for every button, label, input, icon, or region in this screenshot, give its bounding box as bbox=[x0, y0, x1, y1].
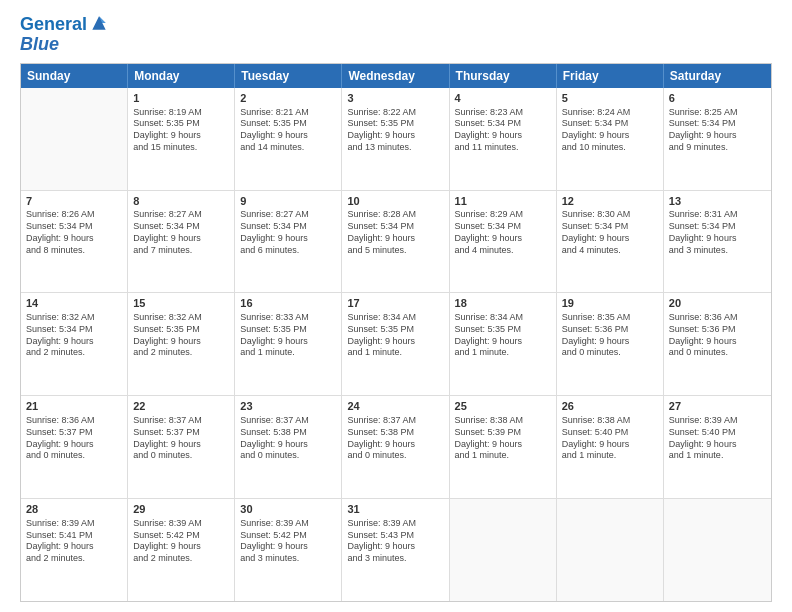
day-number: 29 bbox=[133, 502, 229, 517]
calendar-cell: 17Sunrise: 8:34 AM Sunset: 5:35 PM Dayli… bbox=[342, 293, 449, 395]
calendar-cell: 26Sunrise: 8:38 AM Sunset: 5:40 PM Dayli… bbox=[557, 396, 664, 498]
calendar-cell: 1Sunrise: 8:19 AM Sunset: 5:35 PM Daylig… bbox=[128, 88, 235, 190]
day-info: Sunrise: 8:29 AM Sunset: 5:34 PM Dayligh… bbox=[455, 209, 551, 256]
calendar-row: 21Sunrise: 8:36 AM Sunset: 5:37 PM Dayli… bbox=[21, 396, 771, 499]
calendar-row: 1Sunrise: 8:19 AM Sunset: 5:35 PM Daylig… bbox=[21, 88, 771, 191]
day-number: 18 bbox=[455, 296, 551, 311]
day-info: Sunrise: 8:39 AM Sunset: 5:42 PM Dayligh… bbox=[240, 518, 336, 565]
calendar: SundayMondayTuesdayWednesdayThursdayFrid… bbox=[20, 63, 772, 602]
day-info: Sunrise: 8:37 AM Sunset: 5:38 PM Dayligh… bbox=[347, 415, 443, 462]
day-info: Sunrise: 8:30 AM Sunset: 5:34 PM Dayligh… bbox=[562, 209, 658, 256]
day-number: 17 bbox=[347, 296, 443, 311]
day-info: Sunrise: 8:21 AM Sunset: 5:35 PM Dayligh… bbox=[240, 107, 336, 154]
day-number: 7 bbox=[26, 194, 122, 209]
calendar-cell: 27Sunrise: 8:39 AM Sunset: 5:40 PM Dayli… bbox=[664, 396, 771, 498]
calendar-cell: 18Sunrise: 8:34 AM Sunset: 5:35 PM Dayli… bbox=[450, 293, 557, 395]
calendar-cell: 15Sunrise: 8:32 AM Sunset: 5:35 PM Dayli… bbox=[128, 293, 235, 395]
header: General Blue bbox=[20, 15, 772, 55]
day-info: Sunrise: 8:27 AM Sunset: 5:34 PM Dayligh… bbox=[133, 209, 229, 256]
calendar-body: 1Sunrise: 8:19 AM Sunset: 5:35 PM Daylig… bbox=[21, 88, 771, 601]
day-info: Sunrise: 8:25 AM Sunset: 5:34 PM Dayligh… bbox=[669, 107, 766, 154]
day-number: 4 bbox=[455, 91, 551, 106]
day-info: Sunrise: 8:38 AM Sunset: 5:40 PM Dayligh… bbox=[562, 415, 658, 462]
weekday-header: Saturday bbox=[664, 64, 771, 88]
day-info: Sunrise: 8:37 AM Sunset: 5:38 PM Dayligh… bbox=[240, 415, 336, 462]
day-number: 31 bbox=[347, 502, 443, 517]
logo: General Blue bbox=[20, 15, 109, 55]
day-info: Sunrise: 8:34 AM Sunset: 5:35 PM Dayligh… bbox=[455, 312, 551, 359]
calendar-row: 14Sunrise: 8:32 AM Sunset: 5:34 PM Dayli… bbox=[21, 293, 771, 396]
day-info: Sunrise: 8:34 AM Sunset: 5:35 PM Dayligh… bbox=[347, 312, 443, 359]
day-info: Sunrise: 8:36 AM Sunset: 5:37 PM Dayligh… bbox=[26, 415, 122, 462]
weekday-header: Tuesday bbox=[235, 64, 342, 88]
weekday-header: Thursday bbox=[450, 64, 557, 88]
calendar-cell: 9Sunrise: 8:27 AM Sunset: 5:34 PM Daylig… bbox=[235, 191, 342, 293]
calendar-cell: 20Sunrise: 8:36 AM Sunset: 5:36 PM Dayli… bbox=[664, 293, 771, 395]
day-number: 9 bbox=[240, 194, 336, 209]
calendar-row: 28Sunrise: 8:39 AM Sunset: 5:41 PM Dayli… bbox=[21, 499, 771, 601]
day-number: 27 bbox=[669, 399, 766, 414]
calendar-cell bbox=[557, 499, 664, 601]
day-number: 23 bbox=[240, 399, 336, 414]
calendar-cell: 31Sunrise: 8:39 AM Sunset: 5:43 PM Dayli… bbox=[342, 499, 449, 601]
day-number: 14 bbox=[26, 296, 122, 311]
day-info: Sunrise: 8:39 AM Sunset: 5:42 PM Dayligh… bbox=[133, 518, 229, 565]
weekday-header: Friday bbox=[557, 64, 664, 88]
day-number: 28 bbox=[26, 502, 122, 517]
day-number: 2 bbox=[240, 91, 336, 106]
day-number: 21 bbox=[26, 399, 122, 414]
calendar-cell: 4Sunrise: 8:23 AM Sunset: 5:34 PM Daylig… bbox=[450, 88, 557, 190]
calendar-cell bbox=[21, 88, 128, 190]
day-info: Sunrise: 8:22 AM Sunset: 5:35 PM Dayligh… bbox=[347, 107, 443, 154]
weekday-header: Sunday bbox=[21, 64, 128, 88]
day-number: 13 bbox=[669, 194, 766, 209]
day-info: Sunrise: 8:19 AM Sunset: 5:35 PM Dayligh… bbox=[133, 107, 229, 154]
day-number: 1 bbox=[133, 91, 229, 106]
weekday-header: Monday bbox=[128, 64, 235, 88]
calendar-cell: 24Sunrise: 8:37 AM Sunset: 5:38 PM Dayli… bbox=[342, 396, 449, 498]
day-number: 3 bbox=[347, 91, 443, 106]
day-info: Sunrise: 8:37 AM Sunset: 5:37 PM Dayligh… bbox=[133, 415, 229, 462]
day-info: Sunrise: 8:23 AM Sunset: 5:34 PM Dayligh… bbox=[455, 107, 551, 154]
day-info: Sunrise: 8:27 AM Sunset: 5:34 PM Dayligh… bbox=[240, 209, 336, 256]
calendar-cell: 3Sunrise: 8:22 AM Sunset: 5:35 PM Daylig… bbox=[342, 88, 449, 190]
day-number: 26 bbox=[562, 399, 658, 414]
day-info: Sunrise: 8:26 AM Sunset: 5:34 PM Dayligh… bbox=[26, 209, 122, 256]
calendar-cell: 11Sunrise: 8:29 AM Sunset: 5:34 PM Dayli… bbox=[450, 191, 557, 293]
day-info: Sunrise: 8:35 AM Sunset: 5:36 PM Dayligh… bbox=[562, 312, 658, 359]
day-info: Sunrise: 8:31 AM Sunset: 5:34 PM Dayligh… bbox=[669, 209, 766, 256]
calendar-cell: 28Sunrise: 8:39 AM Sunset: 5:41 PM Dayli… bbox=[21, 499, 128, 601]
day-number: 22 bbox=[133, 399, 229, 414]
day-number: 15 bbox=[133, 296, 229, 311]
day-number: 20 bbox=[669, 296, 766, 311]
logo-text: General bbox=[20, 15, 87, 35]
logo-text-blue: Blue bbox=[20, 35, 59, 55]
calendar-cell: 25Sunrise: 8:38 AM Sunset: 5:39 PM Dayli… bbox=[450, 396, 557, 498]
calendar-cell bbox=[664, 499, 771, 601]
day-info: Sunrise: 8:33 AM Sunset: 5:35 PM Dayligh… bbox=[240, 312, 336, 359]
day-info: Sunrise: 8:39 AM Sunset: 5:43 PM Dayligh… bbox=[347, 518, 443, 565]
calendar-cell: 23Sunrise: 8:37 AM Sunset: 5:38 PM Dayli… bbox=[235, 396, 342, 498]
calendar-header: SundayMondayTuesdayWednesdayThursdayFrid… bbox=[21, 64, 771, 88]
day-info: Sunrise: 8:24 AM Sunset: 5:34 PM Dayligh… bbox=[562, 107, 658, 154]
day-info: Sunrise: 8:28 AM Sunset: 5:34 PM Dayligh… bbox=[347, 209, 443, 256]
day-number: 16 bbox=[240, 296, 336, 311]
calendar-cell: 30Sunrise: 8:39 AM Sunset: 5:42 PM Dayli… bbox=[235, 499, 342, 601]
calendar-cell: 13Sunrise: 8:31 AM Sunset: 5:34 PM Dayli… bbox=[664, 191, 771, 293]
calendar-cell: 7Sunrise: 8:26 AM Sunset: 5:34 PM Daylig… bbox=[21, 191, 128, 293]
calendar-cell: 16Sunrise: 8:33 AM Sunset: 5:35 PM Dayli… bbox=[235, 293, 342, 395]
day-number: 19 bbox=[562, 296, 658, 311]
calendar-cell: 19Sunrise: 8:35 AM Sunset: 5:36 PM Dayli… bbox=[557, 293, 664, 395]
day-number: 25 bbox=[455, 399, 551, 414]
day-info: Sunrise: 8:39 AM Sunset: 5:40 PM Dayligh… bbox=[669, 415, 766, 462]
calendar-cell: 14Sunrise: 8:32 AM Sunset: 5:34 PM Dayli… bbox=[21, 293, 128, 395]
calendar-cell: 22Sunrise: 8:37 AM Sunset: 5:37 PM Dayli… bbox=[128, 396, 235, 498]
calendar-row: 7Sunrise: 8:26 AM Sunset: 5:34 PM Daylig… bbox=[21, 191, 771, 294]
day-number: 5 bbox=[562, 91, 658, 106]
day-number: 24 bbox=[347, 399, 443, 414]
day-info: Sunrise: 8:36 AM Sunset: 5:36 PM Dayligh… bbox=[669, 312, 766, 359]
calendar-cell: 29Sunrise: 8:39 AM Sunset: 5:42 PM Dayli… bbox=[128, 499, 235, 601]
day-number: 30 bbox=[240, 502, 336, 517]
calendar-cell: 8Sunrise: 8:27 AM Sunset: 5:34 PM Daylig… bbox=[128, 191, 235, 293]
day-info: Sunrise: 8:38 AM Sunset: 5:39 PM Dayligh… bbox=[455, 415, 551, 462]
